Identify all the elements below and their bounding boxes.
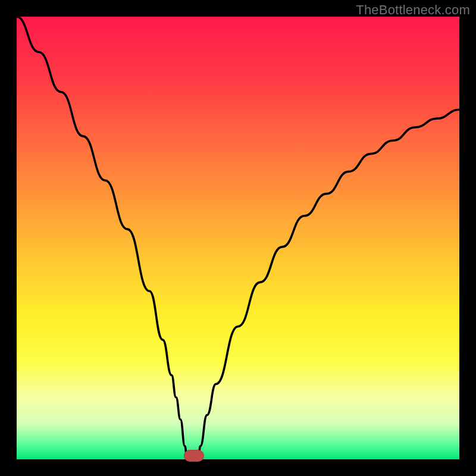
bottleneck-curve bbox=[17, 17, 459, 459]
optimal-point-marker bbox=[184, 450, 204, 462]
watermark-text: TheBottleneck.com bbox=[356, 2, 470, 18]
plot-area bbox=[17, 17, 459, 459]
curve-svg bbox=[17, 17, 459, 459]
chart-frame: TheBottleneck.com bbox=[0, 0, 476, 476]
